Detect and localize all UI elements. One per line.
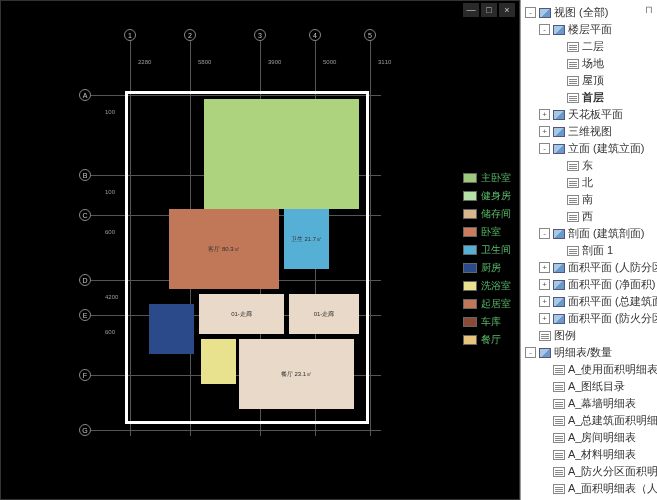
room-area[interactable]: 01-走廊 [199,294,284,334]
grid-bubble: B [79,169,91,181]
tree-label: A_材料明细表 [568,447,655,462]
tree-label: 明细表/数量 [554,345,655,360]
collapse-icon[interactable]: - [539,228,550,239]
tree-label: 面积平面 (净面积) [568,277,655,292]
grid-bubble: 5 [364,29,376,41]
restore-button[interactable]: □ [481,3,497,17]
grid-bubble: G [79,424,91,436]
sheet-icon [553,467,565,477]
tree-label: 楼层平面 [568,22,655,37]
room-area[interactable] [204,99,359,209]
legend-label: 车库 [481,315,501,329]
tree-label: 面积平面 (防火分区面积) [568,311,657,326]
room-area[interactable] [149,304,194,354]
tree-node[interactable]: -视图 (全部) [521,4,657,21]
sheet-icon [567,178,579,188]
tree-node[interactable]: +三维视图 [521,123,657,140]
tree-node[interactable]: 场地 [521,55,657,72]
sheet-icon [567,76,579,86]
tree-label: 北 [582,175,655,190]
tree-node[interactable]: -立面 (建筑立面) [521,140,657,157]
tree-node[interactable]: 屋顶 [521,72,657,89]
tree-node[interactable]: A_图纸目录 [521,378,657,395]
tree-label: 剖面 (建筑剖面) [568,226,655,241]
expand-icon[interactable]: + [539,262,550,273]
tree-node[interactable]: 二层 [521,38,657,55]
tree-label: 东 [582,158,655,173]
expand-icon[interactable]: + [539,296,550,307]
collapse-icon[interactable]: - [539,143,550,154]
grid-bubble: F [79,369,91,381]
tree-node[interactable]: +面积平面 (总建筑面积) [521,293,657,310]
grid-bubble: A [79,89,91,101]
tree-label: A_防火分区面积明细表 [568,464,657,479]
pin-icon[interactable]: ⊓ [645,4,653,15]
legend-item: 卧室 [463,225,511,239]
expand-icon[interactable]: + [539,126,550,137]
legend-label: 洗浴室 [481,279,511,293]
legend-item: 厨房 [463,261,511,275]
tree-node[interactable]: A_幕墙明细表 [521,395,657,412]
tree-node[interactable]: 图例 [521,327,657,344]
collapse-icon[interactable]: - [525,347,536,358]
tree-node[interactable]: 西 [521,208,657,225]
expand-icon[interactable]: + [539,279,550,290]
tree-node[interactable]: +天花板平面 [521,106,657,123]
expand-icon[interactable]: + [539,109,550,120]
room-area[interactable] [201,339,236,384]
sheet-icon [553,399,565,409]
expand-icon[interactable]: + [539,313,550,324]
tree-node[interactable]: +面积平面 (净面积) [521,276,657,293]
room-area[interactable]: 餐厅 23.1㎡ [239,339,354,409]
sheet-icon [567,212,579,222]
close-button[interactable]: × [499,3,515,17]
tree-node[interactable]: A_总建筑面积明细表 [521,412,657,429]
sheet-icon [553,365,565,375]
tree-node[interactable]: -剖面 (建筑剖面) [521,225,657,242]
tree-node[interactable]: A_防火分区面积明细表 [521,463,657,480]
legend: 主卧室健身房储存间卧室卫生间厨房洗浴室起居室车库餐厅 [463,171,511,347]
legend-item: 储存间 [463,207,511,221]
collapse-icon[interactable]: - [539,24,550,35]
tree-node[interactable]: -楼层平面 [521,21,657,38]
collapse-icon[interactable]: - [525,7,536,18]
tree-node[interactable]: +面积平面 (防火分区面积) [521,310,657,327]
cube-icon [553,280,565,290]
sheet-icon [539,331,551,341]
window-controls: — □ × [463,3,515,17]
sheet-icon [553,450,565,460]
tree-label: 视图 (全部) [554,5,655,20]
tree-node[interactable]: +面积平面 (人防分区面积) [521,259,657,276]
legend-label: 厨房 [481,261,501,275]
project-browser[interactable]: ⊓ -视图 (全部)-楼层平面二层场地屋顶首层+天花板平面+三维视图-立面 (建… [520,0,657,500]
legend-label: 起居室 [481,297,511,311]
tree-node[interactable]: 首层 [521,89,657,106]
tree-node[interactable]: A_材料明细表 [521,446,657,463]
room-area[interactable]: 卫生 21.7㎡ [284,209,329,269]
sheet-icon [553,433,565,443]
cube-icon [553,144,565,154]
cube-icon [553,127,565,137]
cube-icon [539,8,551,18]
legend-swatch [463,299,477,309]
tree-node[interactable]: 南 [521,191,657,208]
room-area[interactable]: 01-走廊 [289,294,359,334]
tree-label: 西 [582,209,655,224]
grid-bubble: 3 [254,29,266,41]
tree-node[interactable]: A_使用面积明细表 [521,361,657,378]
room-area[interactable]: 客厅 80.3㎡ [169,209,279,289]
tree-node[interactable]: A_房间明细表 [521,429,657,446]
legend-item: 健身房 [463,189,511,203]
grid-bubble: 1 [124,29,136,41]
tree-node[interactable]: -明细表/数量 [521,344,657,361]
minimize-button[interactable]: — [463,3,479,17]
tree-node[interactable]: 北 [521,174,657,191]
tree-node[interactable]: 剖面 1 [521,242,657,259]
tree-node[interactable]: A_面积明细表（人防面积） [521,480,657,497]
drawing-canvas[interactable]: — □ × 12345ABCDEFG客厅 80.3㎡卫生 21.7㎡餐厅 23.… [0,0,520,500]
cube-icon [553,25,565,35]
tree-label: 场地 [582,56,655,71]
tree-node[interactable]: 东 [521,157,657,174]
grid-bubble: 2 [184,29,196,41]
sheet-icon [567,42,579,52]
